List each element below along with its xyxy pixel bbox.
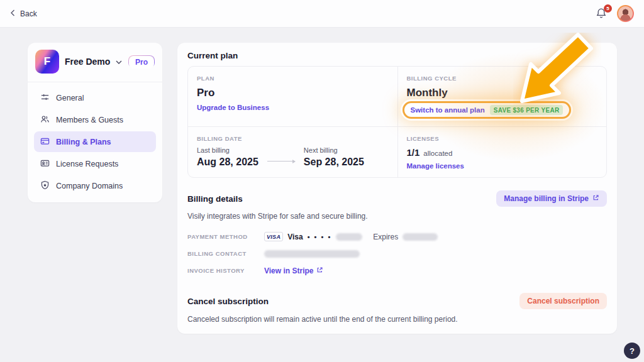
plan-label: PLAN	[197, 75, 389, 82]
workspace-switcher[interactable]: F Free Demo Pro	[28, 43, 162, 80]
invoice-history-row: INVOICE HISTORY View in Stripe	[187, 262, 607, 279]
topbar-right: 5	[596, 5, 634, 22]
view-in-stripe-link[interactable]: View in Stripe	[264, 266, 323, 275]
plan-cell: PLAN Pro Upgrade to Business	[188, 67, 397, 126]
notifications-button[interactable]: 5	[596, 8, 608, 20]
plan-value: Pro	[197, 87, 389, 99]
billing-contact-row: BILLING CONTACT	[187, 245, 607, 262]
switch-to-annual-link[interactable]: Switch to annual plan	[411, 106, 485, 114]
billing-contact-redacted	[264, 250, 360, 258]
topbar: Back 5	[0, 0, 644, 28]
back-label: Back	[20, 9, 37, 18]
next-billing-value: Sep 28, 2025	[304, 156, 364, 168]
people-icon	[40, 114, 50, 126]
sidebar-item-label: Billing & Plans	[56, 138, 111, 146]
billing-details-title: Billing details	[187, 194, 243, 204]
billing-dates: Last billing Aug 28, 2025 Next billing S…	[197, 146, 389, 168]
switch-to-annual-highlight: Switch to annual plan SAVE $36 PER YEAR	[402, 101, 572, 119]
cancel-subscription-note: Canceled subscription will remain active…	[187, 315, 607, 324]
view-in-stripe-label: View in Stripe	[264, 266, 313, 275]
invoice-history-label: INVOICE HISTORY	[187, 267, 264, 274]
licenses-cell: LICENSES 1/1 allocated Manage licenses	[397, 126, 607, 177]
sidebar-item-label: General	[56, 94, 84, 102]
card-mask-dots: • • • •	[308, 233, 332, 241]
help-button[interactable]: ?	[624, 343, 640, 359]
last-billing-value: Aug 28, 2025	[197, 156, 258, 168]
visa-logo-icon: VISA	[264, 232, 283, 241]
billing-date-label: BILLING DATE	[197, 135, 389, 142]
manage-billing-label: Manage billing in Stripe	[504, 194, 589, 203]
last-billing: Last billing Aug 28, 2025	[197, 146, 258, 168]
avatar[interactable]	[617, 5, 634, 22]
billing-date-cell: BILLING DATE Last billing Aug 28, 2025 N…	[188, 126, 397, 177]
billing-details-subtitle: Visily integrates with Stripe for safe a…	[187, 212, 607, 221]
sidebar-item-license-requests[interactable]: License Requests	[34, 153, 156, 174]
next-billing: Next billing Sep 28, 2025	[304, 146, 364, 168]
billing-contact-label: BILLING CONTACT	[187, 250, 264, 257]
billing-cycle-value: Monthly	[407, 87, 598, 99]
shield-star-icon	[40, 180, 50, 192]
sidebar-menu: General Members & Guests Billing & Plans	[28, 87, 162, 196]
sidebar-item-general[interactable]: General	[34, 87, 156, 108]
license-card-icon	[40, 158, 50, 170]
avatar-image	[618, 6, 633, 21]
sidebar-item-company-domains[interactable]: Company Domains	[34, 175, 156, 196]
expires-label: Expires	[373, 233, 398, 241]
sidebar-item-members[interactable]: Members & Guests	[34, 109, 156, 130]
billing-details-header: Billing details Manage billing in Stripe	[187, 190, 607, 207]
workspace-name: Free Demo	[65, 57, 110, 67]
workspace-logo: F	[35, 50, 59, 74]
next-billing-label: Next billing	[304, 146, 364, 154]
licenses-label: LICENSES	[407, 135, 598, 142]
manage-licenses-link[interactable]: Manage licenses	[407, 162, 598, 170]
billing-cycle-cell: BILLING CYCLE Monthly Switch to annual p…	[397, 67, 607, 126]
save-badge: SAVE $36 PER YEAR	[490, 105, 564, 115]
arrow-right-icon	[267, 161, 295, 162]
sidebar-item-label: Company Domains	[56, 182, 123, 190]
external-link-icon	[592, 194, 599, 203]
billing-info-rows: PAYMENT METHOD VISA Visa • • • • Expires…	[177, 228, 617, 279]
payment-method-row: PAYMENT METHOD VISA Visa • • • • Expires	[187, 228, 607, 245]
divider	[28, 82, 162, 82]
payment-method-value: VISA Visa • • • • Expires	[264, 232, 438, 241]
card-number-redacted	[336, 233, 362, 241]
sliders-icon	[40, 92, 50, 104]
cancel-subscription-button[interactable]: Cancel subscription	[519, 293, 607, 309]
notification-badge: 5	[604, 4, 612, 13]
licenses-count: 1/1	[407, 147, 420, 158]
billing-contact-value	[264, 250, 360, 258]
sidebar-item-billing[interactable]: Billing & Plans	[34, 131, 156, 152]
current-plan-grid: PLAN Pro Upgrade to Business BILLING CYC…	[187, 66, 607, 178]
external-link-icon	[316, 266, 323, 275]
back-button[interactable]: Back	[10, 9, 37, 18]
last-billing-label: Last billing	[197, 146, 258, 154]
billing-plans-panel: Current plan PLAN Pro Upgrade to Busines…	[177, 43, 617, 334]
credit-card-icon	[40, 136, 50, 148]
expiry-redacted	[402, 233, 438, 241]
upgrade-to-business-link[interactable]: Upgrade to Business	[197, 104, 389, 111]
cancel-subscription-header: Cancel subscription Cancel subscription	[187, 293, 607, 309]
manage-billing-in-stripe-button[interactable]: Manage billing in Stripe	[496, 190, 607, 207]
cancel-subscription-title: Cancel subscription	[187, 297, 269, 306]
chevron-left-icon	[10, 9, 16, 18]
licenses-allocation: 1/1 allocated	[407, 147, 598, 158]
plan-badge: Pro	[128, 55, 155, 68]
payment-method-label: PAYMENT METHOD	[187, 233, 264, 240]
sidebar-item-label: License Requests	[56, 160, 118, 168]
chevron-down-icon	[116, 56, 122, 67]
licenses-suffix: allocated	[423, 150, 452, 157]
current-plan-title: Current plan	[187, 51, 607, 60]
card-brand: Visa	[287, 233, 303, 241]
sidebar-item-label: Members & Guests	[56, 116, 123, 124]
sidebar: F Free Demo Pro General Members	[28, 43, 162, 202]
billing-cycle-label: BILLING CYCLE	[407, 75, 598, 82]
